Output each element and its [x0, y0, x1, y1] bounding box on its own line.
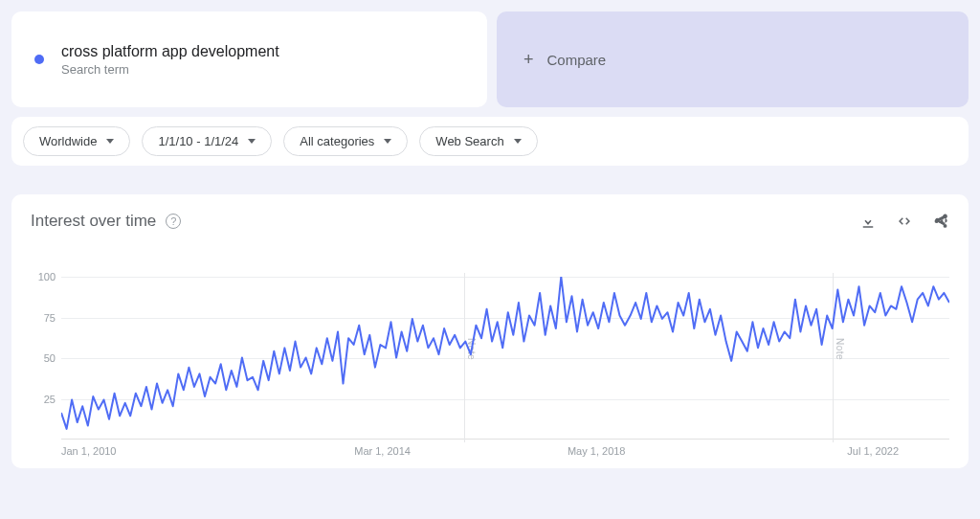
filters-bar: Worldwide 1/1/10 - 1/1/24 All categories… — [11, 117, 969, 166]
embed-icon[interactable] — [896, 213, 913, 230]
help-icon[interactable]: ? — [166, 214, 181, 229]
share-icon[interactable] — [932, 213, 949, 230]
filter-region[interactable]: Worldwide — [23, 126, 130, 156]
plus-icon: + — [523, 50, 534, 70]
download-icon[interactable] — [859, 213, 877, 230]
chart-card: Interest over time ? 255075100 NoteNote … — [11, 194, 969, 468]
chevron-down-icon — [106, 139, 114, 144]
chevron-down-icon — [384, 139, 391, 144]
y-axis: 255075100 — [31, 277, 59, 436]
filter-region-label: Worldwide — [39, 134, 97, 148]
chevron-down-icon — [514, 139, 522, 144]
compare-label: Compare — [547, 52, 607, 68]
filter-category[interactable]: All categories — [283, 126, 408, 156]
filter-searchtype-label: Web Search — [435, 134, 503, 148]
filter-daterange[interactable]: 1/1/10 - 1/1/24 — [142, 126, 272, 156]
x-axis: Jan 1, 2010Mar 1, 2014May 1, 2018Jul 1, … — [61, 440, 949, 455]
search-term-subtitle: Search term — [61, 62, 279, 77]
filter-category-label: All categories — [300, 134, 374, 148]
chevron-down-icon — [248, 139, 256, 144]
series-color-dot — [34, 55, 44, 64]
search-term-name: cross platform app development — [61, 43, 279, 60]
search-term-card[interactable]: cross platform app development Search te… — [11, 11, 487, 107]
filter-daterange-label: 1/1/10 - 1/1/24 — [158, 134, 238, 148]
compare-button[interactable]: + Compare — [497, 11, 969, 107]
svg-point-0 — [935, 219, 939, 223]
plot-area: NoteNote — [61, 277, 949, 440]
filter-searchtype[interactable]: Web Search — [419, 126, 537, 156]
chart-plot[interactable]: 255075100 NoteNote Jan 1, 2010Mar 1, 201… — [31, 277, 949, 455]
chart-title: Interest over time — [31, 212, 156, 231]
